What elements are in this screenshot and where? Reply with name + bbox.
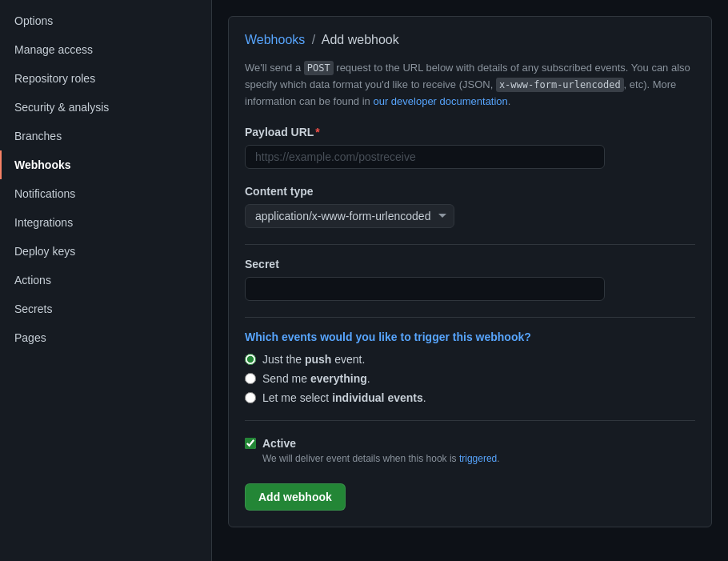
divider-1 bbox=[245, 244, 695, 245]
breadcrumb-separator: / bbox=[312, 33, 315, 46]
events-question: Which events would you like to trigger t… bbox=[245, 331, 695, 343]
active-checkbox[interactable] bbox=[245, 438, 256, 449]
sidebar-item-manage-access[interactable]: Manage access bbox=[0, 35, 211, 64]
sidebar-item-secrets[interactable]: Secrets bbox=[0, 295, 211, 323]
secret-input[interactable] bbox=[245, 277, 605, 301]
breadcrumb: Webhooks / Add webhook bbox=[245, 33, 695, 47]
radio-everything[interactable] bbox=[245, 373, 256, 384]
events-radio-group: Just the push event.Send me everything.L… bbox=[245, 353, 695, 404]
sidebar-item-pages[interactable]: Pages bbox=[0, 323, 211, 352]
radio-label-just-push[interactable]: Just the push event. bbox=[262, 353, 365, 366]
content-box: Webhooks / Add webhook We'll send a POST… bbox=[228, 16, 712, 527]
intro-text: We'll send a POST request to the URL bel… bbox=[245, 60, 695, 110]
app-layout: OptionsManage accessRepository rolesSecu… bbox=[0, 0, 728, 561]
divider-3 bbox=[245, 420, 695, 421]
main-content: Webhooks / Add webhook We'll send a POST… bbox=[212, 0, 728, 561]
radio-label-individual[interactable]: Let me select individual events. bbox=[262, 391, 426, 404]
sidebar-item-options[interactable]: Options bbox=[0, 6, 211, 35]
breadcrumb-current: Add webhook bbox=[322, 33, 399, 46]
breadcrumb-link[interactable]: Webhooks bbox=[245, 33, 305, 46]
add-webhook-button[interactable]: Add webhook bbox=[245, 483, 346, 511]
radio-item-everything[interactable]: Send me everything. bbox=[245, 372, 695, 385]
content-type-group: Content type application/x-www-form-urle… bbox=[245, 185, 695, 228]
radio-just-push[interactable] bbox=[245, 354, 256, 365]
sidebar-item-security-analysis[interactable]: Security & analysis bbox=[0, 93, 211, 122]
active-checkbox-item[interactable]: Active bbox=[245, 437, 695, 450]
active-label[interactable]: Active bbox=[262, 437, 296, 450]
sidebar-item-notifications[interactable]: Notifications bbox=[0, 179, 211, 208]
radio-label-everything[interactable]: Send me everything. bbox=[262, 372, 370, 385]
payload-url-label: Payload URL* bbox=[245, 126, 695, 138]
triggered-link[interactable]: triggered bbox=[459, 453, 497, 464]
radio-individual[interactable] bbox=[245, 392, 256, 403]
sidebar-item-deploy-keys[interactable]: Deploy keys bbox=[0, 237, 211, 266]
radio-item-individual[interactable]: Let me select individual events. bbox=[245, 391, 695, 404]
content-type-select[interactable]: application/x-www-form-urlencodedapplica… bbox=[245, 204, 454, 228]
divider-2 bbox=[245, 317, 695, 318]
sidebar: OptionsManage accessRepository rolesSecu… bbox=[0, 0, 212, 561]
payload-url-input[interactable] bbox=[245, 145, 605, 169]
payload-url-group: Payload URL* bbox=[245, 126, 695, 169]
required-indicator: * bbox=[315, 126, 319, 138]
sidebar-item-webhooks[interactable]: Webhooks bbox=[0, 150, 211, 179]
radio-item-just-push[interactable]: Just the push event. bbox=[245, 353, 695, 366]
secret-group: Secret bbox=[245, 258, 695, 301]
developer-docs-link[interactable]: our developer documentation bbox=[373, 95, 507, 107]
post-code: POST bbox=[304, 61, 334, 75]
content-type-label: Content type bbox=[245, 185, 695, 198]
active-section: Active We will deliver event details whe… bbox=[245, 437, 695, 464]
sidebar-item-actions[interactable]: Actions bbox=[0, 266, 211, 295]
sidebar-item-branches[interactable]: Branches bbox=[0, 122, 211, 150]
sidebar-item-repository-roles[interactable]: Repository roles bbox=[0, 64, 211, 93]
urlencoded-code: x-www-form-urlencoded bbox=[496, 78, 624, 92]
sidebar-item-integrations[interactable]: Integrations bbox=[0, 208, 211, 237]
events-group: Which events would you like to trigger t… bbox=[245, 331, 695, 404]
secret-label: Secret bbox=[245, 258, 695, 270]
active-description: We will deliver event details when this … bbox=[262, 453, 695, 464]
